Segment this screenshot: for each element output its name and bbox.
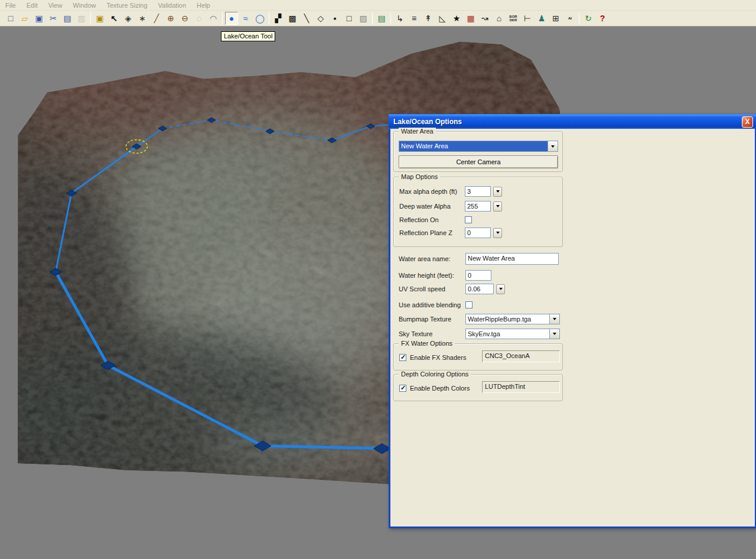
toolbar-separator [372, 12, 373, 24]
mound-tool-icon[interactable]: ◠ [207, 12, 220, 25]
water-outline-tool-icon[interactable]: ◯ [253, 12, 266, 25]
reflection-plane-z-input[interactable]: 0 [465, 228, 491, 238]
toolbar-separator [222, 12, 223, 24]
menu-item-window[interactable]: Window [67, 0, 101, 11]
toolbar-separator [90, 12, 91, 24]
toolbar-separator [390, 12, 391, 24]
sky-texture-value: SkyEnv.tga [466, 329, 549, 339]
enable-depth-colors-checkbox[interactable] [399, 385, 406, 392]
water-area-selected-value: New Water Area [399, 141, 548, 151]
tooltip-lake-ocean-tool: Lake/Ocean Tool [221, 31, 275, 41]
tile-marker-icon[interactable]: ▦ [464, 12, 477, 25]
copy-region-icon[interactable]: ▤ [375, 12, 388, 25]
deep-water-alpha-dropdown-button[interactable] [493, 202, 502, 212]
water-area-name-input[interactable]: New Water Area [465, 253, 559, 265]
brush-icon[interactable]: ╱ [150, 12, 163, 25]
lake-ocean-options-dialog: Lake/Ocean Options X Water Area New Wate… [389, 114, 756, 528]
water-area-legend: Water Area [399, 128, 436, 135]
reflection-plane-z-label: Reflection Plane Z [399, 229, 465, 236]
contour-lines-icon[interactable]: ≡ [408, 12, 421, 25]
help-icon[interactable]: ? [596, 12, 609, 25]
map-options-group: Map Options Max alpha depth (ft) 3 Deep … [393, 177, 563, 247]
reflection-on-checkbox[interactable] [465, 216, 472, 223]
toolbar: □▱▣✂▤▥▣↖◈∗╱⊕⊖◌◠●≈◯▞▩╲◇▪□▨▤↳≡↟◺★▦↝⌂BORDER… [0, 11, 756, 27]
menu-item-validation[interactable]: Validation [153, 0, 192, 11]
sky-texture-label: Sky Texture [399, 330, 465, 337]
max-alpha-depth-label: Max alpha depth (ft) [399, 188, 465, 195]
center-camera-button[interactable]: Center Camera [399, 155, 558, 168]
lock-selection-icon[interactable]: ◈ [122, 12, 135, 25]
max-alpha-depth-dropdown-button[interactable] [493, 187, 502, 197]
dither-icon[interactable]: ▨ [357, 12, 370, 25]
water-height-input[interactable]: 0 [465, 270, 491, 281]
dialog-titlebar[interactable]: Lake/Ocean Options X [389, 114, 756, 129]
fx-water-options-group: FX Water Options Enable FX Shaders CNC3_… [393, 343, 563, 370]
depth-coloring-options-group: Depth Coloring Options Enable Depth Colo… [393, 374, 563, 401]
chevron-down-icon[interactable] [549, 314, 559, 324]
enable-fx-shaders-label: Enable FX Shaders [410, 354, 466, 361]
grove-tool-icon[interactable]: ↟ [422, 12, 435, 25]
toolbar-separator [269, 12, 269, 24]
measure-tool-icon[interactable]: ▣ [93, 12, 106, 25]
menu-item-file[interactable]: File [0, 0, 21, 11]
water-area-name-label: Water area name: [399, 255, 465, 262]
lock-modify-icon[interactable]: ∗ [136, 12, 149, 25]
max-alpha-depth-input[interactable]: 3 [465, 186, 491, 197]
eyedropper-icon[interactable]: ╲ [300, 12, 313, 25]
water-area-group: Water Area New Water Area Center Camera [393, 131, 563, 172]
menu-item-view[interactable]: View [43, 0, 68, 11]
uv-scroll-speed-dropdown-button[interactable] [496, 284, 505, 294]
waypoint-tool-icon[interactable]: ↳ [393, 12, 406, 25]
burst-icon[interactable]: ★ [450, 12, 463, 25]
deep-water-alpha-input[interactable]: 255 [465, 201, 491, 212]
cut-icon[interactable]: ✂ [47, 12, 60, 25]
reflection-plane-z-dropdown-button[interactable] [493, 228, 502, 238]
feather-icon[interactable]: ◌ [193, 12, 206, 25]
menu-item-edit[interactable]: Edit [21, 0, 43, 11]
uv-scroll-speed-input[interactable]: 0.06 [465, 284, 494, 294]
dialog-title: Lake/Ocean Options [393, 118, 462, 126]
water-area-combobox[interactable]: New Water Area [399, 141, 558, 152]
menu-item-help[interactable]: Help [191, 0, 216, 11]
open-folder-icon[interactable]: ▱ [18, 12, 31, 25]
river-tool-icon[interactable]: ≈ [239, 12, 252, 25]
border-tool-icon[interactable]: BORDER [507, 12, 520, 25]
depth-tint-name-field[interactable]: LUTDepthTint [482, 381, 560, 393]
player-list-icon[interactable]: ♟ [535, 12, 548, 25]
menu-item-texture-sizing[interactable]: Texture Sizing [101, 0, 152, 11]
ramp-tool-icon[interactable]: ◺ [436, 12, 449, 25]
new-file-icon[interactable]: □ [4, 12, 17, 25]
flood-fill-icon[interactable]: ◇ [314, 12, 327, 25]
toolbar-separator [579, 12, 579, 24]
menu-bar: FileEditViewWindowTexture SizingValidati… [0, 0, 756, 11]
close-button[interactable]: X [742, 116, 753, 128]
bumpmap-texture-combobox[interactable]: WaterRippleBump.tga [465, 314, 560, 324]
checkerboard-icon[interactable]: ▩ [286, 12, 299, 25]
ai-icon[interactable]: AI [563, 12, 576, 25]
save-icon[interactable]: ▣ [32, 12, 45, 25]
chevron-down-icon[interactable] [549, 329, 559, 339]
connector-tool-icon[interactable]: ↝ [478, 12, 491, 25]
brush-add-icon[interactable]: ⊕ [164, 12, 177, 25]
refresh-icon[interactable]: ↻ [582, 12, 595, 25]
bumpmap-texture-label: Bumpmap Texture [399, 316, 465, 323]
water-height-label: Water height (feet): [399, 272, 465, 279]
build-list-icon[interactable]: ⊢ [521, 12, 534, 25]
map-settings-icon[interactable]: ⊞ [549, 12, 562, 25]
use-additive-blending-checkbox[interactable] [465, 301, 472, 308]
brush-subtract-icon[interactable]: ⊖ [178, 12, 191, 25]
lake-ocean-tool-icon[interactable]: ● [225, 12, 238, 25]
enable-fx-shaders-checkbox[interactable] [399, 354, 406, 361]
chevron-down-icon[interactable] [548, 141, 558, 151]
enable-depth-colors-label: Enable Depth Colors [410, 385, 470, 392]
polygon-tool-icon[interactable]: ⌂ [493, 12, 506, 25]
select-arrow-icon[interactable]: ↖ [107, 12, 120, 25]
fx-shader-name-field[interactable]: CNC3_OceanA [482, 350, 560, 362]
paste-icon[interactable]: ▥ [75, 12, 88, 25]
copy-icon[interactable]: ▤ [61, 12, 74, 25]
blend-tile-icon[interactable]: ▞ [272, 12, 285, 25]
sky-texture-combobox[interactable]: SkyEnv.tga [465, 329, 560, 339]
small-tile-icon[interactable]: ▪ [328, 12, 341, 25]
large-tile-icon[interactable]: □ [343, 12, 356, 25]
close-icon: X [745, 118, 750, 126]
